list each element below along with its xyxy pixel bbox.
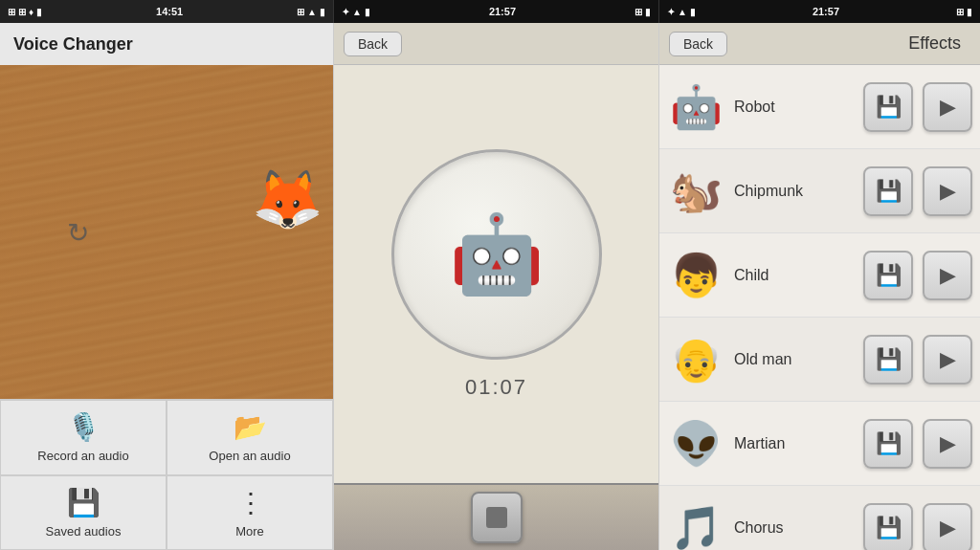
effect-row-martian: 👽 Martian 💾 ▶ [659, 402, 980, 486]
effect-name-5: Chorus [734, 519, 854, 537]
bottom-menu: 🎙️ Record an audio 📂 Open an audio 💾 Sav… [0, 399, 333, 550]
recording-timer: 01:07 [465, 375, 527, 400]
recording-header: Back [334, 23, 658, 65]
effects-panel: Back Effects 🤖 Robot 💾 ▶ 🐿️ Chipmunk 💾 ▶… [658, 23, 980, 550]
bluetooth-icon: ✦ [342, 7, 349, 17]
mid-right-icons: ⊞ ▮ [635, 7, 651, 17]
battery-icon: ▮ [36, 7, 42, 17]
more-button[interactable]: ⋮ More [167, 475, 333, 551]
effect-row-chipmunk: 🐿️ Chipmunk 💾 ▶ [659, 149, 980, 233]
effect-row-robot: 🤖 Robot 💾 ▶ [659, 65, 980, 149]
recording-body: 🤖 01:07 [334, 65, 658, 483]
effect-name-0: Robot [734, 99, 854, 116]
mid-time: 21:57 [489, 6, 516, 17]
effect-icon-4: 👽 [667, 419, 724, 469]
effect-icon-5: 🎵 [667, 503, 724, 551]
notif-icon: ♦ [29, 7, 33, 17]
microphone-icon: 🎙️ [67, 411, 100, 443]
effect-name-2: Child [734, 267, 854, 284]
effect-play-button-0[interactable]: ▶ [923, 82, 972, 132]
saved-audios-button[interactable]: 💾 Saved audios [0, 475, 167, 551]
refresh-icon[interactable]: ↻ [67, 216, 89, 248]
recording-footer [334, 483, 658, 550]
signal-3-icon: ▮ [690, 7, 696, 17]
effect-play-button-1[interactable]: ▶ [923, 166, 972, 216]
mid-left-icons: ✦ ▲ ▮ [342, 7, 370, 17]
main-content: Voice Changer ↻ 🦊 🎙️ Record an audio 📂 O… [0, 23, 980, 550]
usb-3-icon: ⊞ [635, 7, 642, 17]
usb-icon: ⊞ [8, 7, 15, 17]
signal-icon: ▲ [307, 7, 317, 17]
effect-icon-0: 🤖 [667, 82, 724, 132]
robot-avatar: 🤖 [449, 209, 545, 299]
left-time: 14:51 [156, 6, 183, 17]
right-left-icons: ✦ ▲ ▮ [667, 7, 696, 17]
battery-2-icon: ▮ [320, 7, 325, 17]
effect-play-button-5[interactable]: ▶ [923, 503, 972, 551]
folder-icon: 📂 [234, 411, 267, 443]
effect-icon-3: 👴 [667, 335, 724, 385]
effect-save-button-1[interactable]: 💾 [863, 166, 913, 216]
recording-circle: 🤖 [391, 149, 602, 360]
usb-icon-2: ⊞ [18, 7, 26, 17]
effect-icon-1: 🐿️ [667, 166, 724, 216]
effects-container: 🤖 Robot 💾 ▶ 🐿️ Chipmunk 💾 ▶ 👦 Child 💾 ▶ … [659, 65, 980, 550]
deer-mascot: 🦊 [252, 165, 323, 232]
left-status-icons: ⊞ ⊞ ♦ ▮ [8, 7, 42, 17]
usb-4-icon: ⊞ [956, 7, 964, 17]
stop-icon [486, 507, 507, 528]
effect-row-old-man: 👴 Old man 💾 ▶ [659, 318, 980, 402]
effects-title: Effects [737, 33, 970, 54]
battery-3-icon: ▮ [967, 7, 972, 17]
effect-play-button-3[interactable]: ▶ [923, 335, 972, 385]
effect-icon-2: 👦 [667, 251, 724, 300]
voice-changer-panel: Voice Changer ↻ 🦊 🎙️ Record an audio 📂 O… [0, 23, 333, 550]
effect-name-3: Old man [734, 351, 854, 368]
main-display-area: ↻ 🦊 [0, 65, 333, 399]
record-audio-button[interactable]: 🎙️ Record an audio [0, 400, 167, 475]
open-audio-button[interactable]: 📂 Open an audio [167, 400, 333, 475]
recording-panel: Back 🤖 01:07 [333, 23, 658, 550]
usb-2-icon: ⊞ [297, 7, 304, 17]
status-bar-mid: ✦ ▲ ▮ 21:57 ⊞ ▮ [333, 0, 658, 23]
more-icon: ⋮ [237, 487, 262, 518]
effect-save-button-5[interactable]: 💾 [863, 503, 913, 551]
back-button-effects[interactable]: Back [669, 32, 727, 56]
status-bar-left: ⊞ ⊞ ♦ ▮ 14:51 ⊞ ▲ ▮ [0, 0, 333, 23]
effect-play-button-4[interactable]: ▶ [923, 419, 972, 469]
save-icon: 💾 [67, 487, 100, 518]
right-time: 21:57 [813, 6, 839, 17]
storage-icon: ▮ [645, 7, 651, 17]
effect-name-1: Chipmunk [734, 183, 854, 200]
signal-2-icon: ▮ [365, 7, 370, 17]
effect-save-button-3[interactable]: 💾 [863, 335, 913, 385]
effect-save-button-4[interactable]: 💾 [863, 419, 913, 469]
left-right-icons: ⊞ ▲ ▮ [297, 7, 325, 17]
status-bar-right: ✦ ▲ ▮ 21:57 ⊞ ▮ [658, 0, 980, 23]
effect-play-button-2[interactable]: ▶ [923, 251, 972, 300]
effects-list: 🤖 Robot 💾 ▶ 🐿️ Chipmunk 💾 ▶ 👦 Child 💾 ▶ … [659, 65, 980, 550]
effect-row-chorus: 🎵 Chorus 💾 ▶ [659, 486, 980, 550]
effect-save-button-2[interactable]: 💾 [863, 251, 913, 300]
effect-save-button-0[interactable]: 💾 [863, 82, 913, 132]
effect-name-4: Martian [734, 435, 854, 452]
effect-row-child: 👦 Child 💾 ▶ [659, 233, 980, 318]
stop-button[interactable] [471, 492, 523, 543]
bluetooth-2-icon: ✦ [667, 7, 675, 17]
wifi-icon: ▲ [352, 7, 362, 17]
right-right-icons: ⊞ ▮ [956, 7, 972, 17]
status-bars: ⊞ ⊞ ♦ ▮ 14:51 ⊞ ▲ ▮ ✦ ▲ ▮ 21:57 ⊞ ▮ ✦ ▲ … [0, 0, 980, 23]
app-title: Voice Changer [0, 23, 333, 65]
wifi-2-icon: ▲ [678, 7, 687, 17]
back-button-recording[interactable]: Back [344, 32, 402, 56]
effects-header: Back Effects [659, 23, 980, 65]
